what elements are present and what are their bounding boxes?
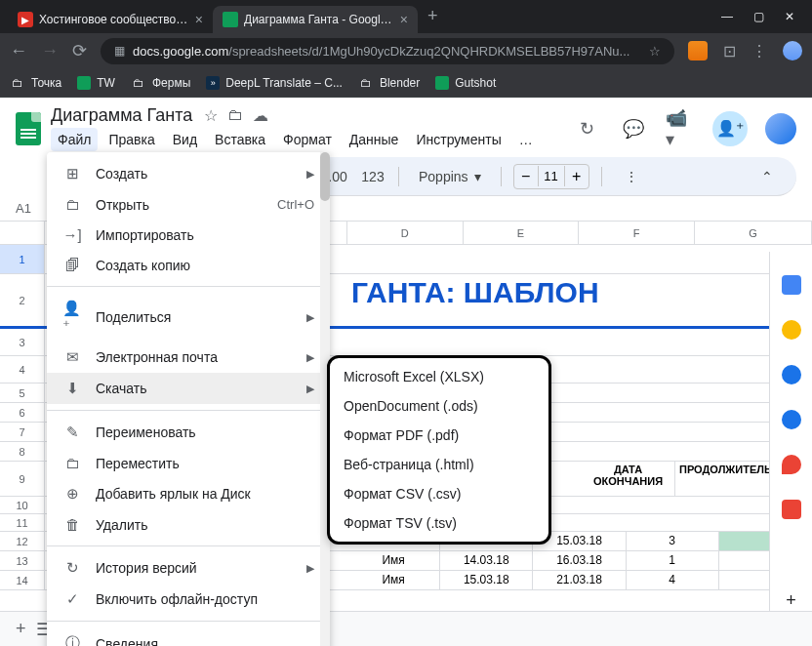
folder-icon: 🗀 bbox=[131, 75, 146, 91]
close-icon[interactable]: × bbox=[400, 12, 408, 27]
file-menu-item[interactable]: 🗀ОткрытьCtrl+O bbox=[47, 189, 330, 220]
add-addon-button[interactable]: + bbox=[786, 590, 796, 611]
col-header[interactable]: D bbox=[347, 222, 464, 244]
deepl-icon: » bbox=[206, 76, 220, 90]
menu-item-icon: 🗀 bbox=[62, 196, 82, 213]
menu-edit[interactable]: Правка bbox=[102, 128, 161, 151]
menu-item-label: Импортировать bbox=[96, 227, 314, 243]
chevron-down-icon: ▾ bbox=[474, 169, 481, 184]
minimize-icon[interactable]: — bbox=[720, 10, 734, 23]
profile-avatar[interactable] bbox=[783, 41, 802, 61]
star-icon[interactable]: ☆ bbox=[204, 106, 218, 125]
keep-icon[interactable] bbox=[782, 320, 801, 340]
favicon-icon: ▶ bbox=[18, 12, 33, 27]
menu-item-icon: 👤⁺ bbox=[62, 300, 82, 335]
meet-icon[interactable]: 📹▾ bbox=[666, 114, 695, 143]
chevron-right-icon: ▶ bbox=[306, 562, 314, 575]
download-format-item[interactable]: Формат TSV (.tsv) bbox=[330, 508, 548, 538]
menu-insert[interactable]: Вставка bbox=[208, 128, 272, 151]
download-format-item[interactable]: Веб-страница (.html) bbox=[330, 450, 548, 479]
font-size-input[interactable]: 11 bbox=[538, 166, 565, 186]
url-text: docs.google.com/spreadsheets/d/1MgUh90yc… bbox=[133, 44, 641, 59]
menu-data[interactable]: Данные bbox=[343, 128, 406, 151]
file-menu-item[interactable]: ✉Электронная почта▶ bbox=[47, 342, 330, 373]
menu-format[interactable]: Формат bbox=[276, 128, 339, 151]
browser-tab-2[interactable]: Диаграмма Ганта - Google Таб × bbox=[213, 6, 418, 33]
file-menu-item[interactable]: 👤⁺Поделиться▶ bbox=[47, 293, 330, 342]
download-format-item[interactable]: Формат PDF (.pdf) bbox=[330, 421, 548, 450]
file-menu-item[interactable]: →]Импортировать bbox=[47, 220, 330, 250]
share-button[interactable]: 👤⁺ bbox=[712, 111, 748, 146]
bookmark-item[interactable]: 🗀Blender bbox=[358, 75, 420, 91]
document-title[interactable]: Диаграмма Ганта bbox=[51, 105, 192, 126]
file-menu-item[interactable]: ↻История версий▶ bbox=[47, 552, 330, 584]
move-icon[interactable]: 🗀 bbox=[227, 106, 243, 125]
scrollbar-thumb[interactable] bbox=[320, 152, 330, 201]
menu-view[interactable]: Вид bbox=[166, 128, 204, 151]
comments-icon[interactable]: 💬 bbox=[619, 114, 648, 143]
account-avatar[interactable] bbox=[765, 113, 796, 144]
file-menu-item[interactable]: ✎Переименовать bbox=[47, 417, 330, 448]
maps-icon[interactable] bbox=[782, 455, 801, 474]
file-menu-item[interactable]: ⓘСведения bbox=[47, 627, 330, 646]
maximize-icon[interactable]: ▢ bbox=[751, 10, 765, 23]
star-icon[interactable]: ☆ bbox=[649, 44, 661, 59]
decrease-font-button[interactable]: − bbox=[514, 165, 538, 188]
more-toolbar-icon[interactable]: ⋮ bbox=[618, 163, 645, 190]
col-header[interactable]: G bbox=[695, 222, 812, 244]
side-panel: + bbox=[769, 252, 812, 611]
file-menu-item[interactable]: 🗑Удалить bbox=[47, 509, 330, 540]
menu-item-icon: 🗀 bbox=[62, 455, 82, 471]
file-menu-item[interactable]: ⊞Создать▶ bbox=[47, 158, 330, 189]
url-input[interactable]: ▦ docs.google.com/spreadsheets/d/1MgUh90… bbox=[101, 38, 674, 64]
file-menu-item[interactable]: ✓Включить офлайн-доступ bbox=[47, 584, 330, 615]
cloud-icon[interactable]: ☁ bbox=[253, 106, 268, 125]
file-menu-item[interactable]: ⬇Скачать▶ bbox=[47, 373, 330, 404]
file-menu-item[interactable]: ⊕Добавить ярлык на Диск bbox=[47, 478, 330, 509]
col-header[interactable]: F bbox=[579, 222, 695, 244]
history-icon[interactable]: ↻ bbox=[572, 114, 601, 143]
select-all-corner[interactable] bbox=[0, 222, 45, 244]
addon-icon[interactable] bbox=[782, 500, 801, 519]
download-format-item[interactable]: Microsoft Excel (XLSX) bbox=[330, 362, 548, 391]
new-tab-button[interactable]: + bbox=[418, 6, 448, 33]
extension-icon[interactable] bbox=[688, 41, 708, 61]
download-format-item[interactable]: OpenDocument (.ods) bbox=[330, 391, 548, 421]
tasks-icon[interactable] bbox=[782, 365, 801, 384]
close-icon[interactable]: × bbox=[195, 12, 203, 27]
sheets-logo-icon[interactable] bbox=[16, 112, 41, 145]
menu-tools[interactable]: Инструменты bbox=[409, 128, 508, 151]
close-window-icon[interactable]: ✕ bbox=[783, 10, 796, 23]
reload-button[interactable]: ⟳ bbox=[72, 40, 87, 61]
file-menu-item[interactable]: 🗐Создать копию bbox=[47, 250, 330, 280]
menu-more[interactable]: … bbox=[512, 128, 540, 151]
increase-font-button[interactable]: + bbox=[565, 165, 589, 188]
col-header[interactable]: E bbox=[464, 222, 580, 244]
bookmark-item[interactable]: Gutshot bbox=[435, 76, 496, 90]
contacts-icon[interactable] bbox=[782, 410, 801, 429]
bookmark-item[interactable]: 🗀Точка bbox=[10, 75, 61, 91]
back-button[interactable]: ← bbox=[10, 41, 27, 61]
download-format-item[interactable]: Формат CSV (.csv) bbox=[330, 479, 548, 508]
menu-button[interactable]: ⋮ bbox=[751, 42, 767, 61]
row-header[interactable]: 1 bbox=[0, 245, 45, 273]
address-bar: ← → ⟳ ▦ docs.google.com/spreadsheets/d/1… bbox=[0, 33, 812, 68]
chevron-right-icon: ▶ bbox=[306, 383, 314, 395]
browser-tab-1[interactable]: ▶ Хостинговое сообщество «Tim × bbox=[8, 6, 213, 33]
extensions-button[interactable]: ⊡ bbox=[723, 42, 736, 61]
add-sheet-button[interactable]: + bbox=[16, 619, 26, 639]
number-format[interactable]: 123 bbox=[359, 163, 386, 190]
bookmark-item[interactable]: 🗀Фермы bbox=[131, 75, 190, 91]
forward-button[interactable]: → bbox=[41, 41, 59, 61]
font-select[interactable]: Poppins ▾ bbox=[411, 165, 489, 188]
site-info-icon[interactable]: ▦ bbox=[114, 44, 125, 58]
bookmark-item[interactable]: »DeepL Translate – С... bbox=[206, 76, 343, 90]
bookmark-label: Фермы bbox=[152, 76, 190, 90]
sheet-title[interactable]: ГАНТА: ШАБЛОН bbox=[347, 274, 812, 326]
col-header-date[interactable]: ДАТА ОКОНЧАНИЯ bbox=[582, 462, 675, 496]
file-menu-item[interactable]: 🗀Переместить bbox=[47, 448, 330, 478]
calendar-icon[interactable] bbox=[782, 275, 801, 295]
bookmark-item[interactable]: TW bbox=[77, 76, 115, 90]
collapse-toolbar-icon[interactable]: ⌃ bbox=[753, 163, 781, 190]
menu-file[interactable]: Файл bbox=[51, 128, 98, 151]
